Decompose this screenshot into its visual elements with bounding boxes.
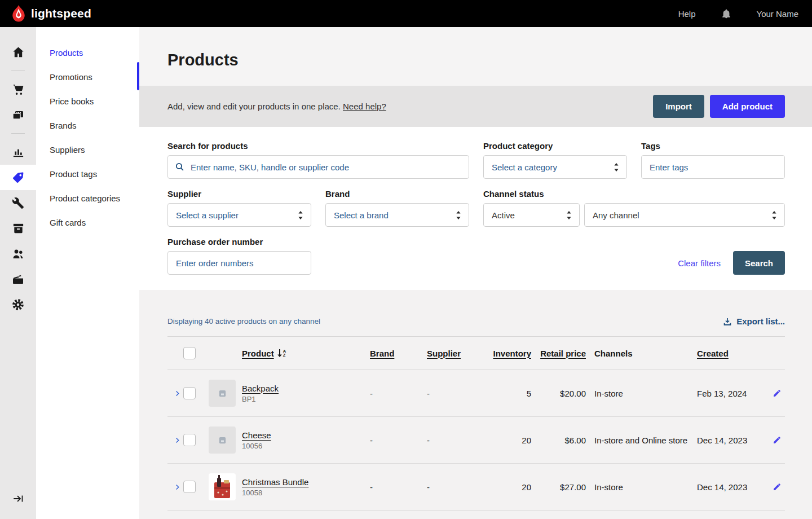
product-sku: 10056 [242, 442, 370, 450]
row-checkbox[interactable] [183, 481, 196, 493]
wrench-icon[interactable] [0, 190, 36, 215]
column-channels: Channels [586, 349, 697, 358]
help-link[interactable]: Help [678, 9, 696, 19]
tags-label: Tags [641, 141, 785, 151]
users-icon[interactable] [0, 241, 36, 266]
channels-cell: In-store [586, 482, 697, 492]
sidebar-item-gift-cards[interactable]: Gift cards [36, 210, 139, 235]
sidebar-item-product-categories[interactable]: Product categories [36, 186, 139, 210]
product-link[interactable]: Cheese [242, 430, 271, 440]
product-cell: Christmas Bundle 10058 [242, 477, 370, 497]
inventory-cell: 5 [485, 389, 531, 398]
supplier-label: Supplier [167, 189, 311, 199]
channels-cell: In-store [586, 388, 697, 399]
select-all-checkbox[interactable] [183, 347, 196, 359]
status-select[interactable]: Active [483, 203, 580, 227]
column-created-label: Created [697, 349, 729, 358]
product-link[interactable]: Backpack [242, 384, 279, 393]
supplier-value: Select a supplier [176, 210, 297, 220]
supplier-cell: - [427, 482, 485, 492]
products-tag-icon[interactable] [0, 165, 36, 190]
chevron-updown-icon [613, 163, 620, 171]
edit-pencil-icon[interactable] [766, 389, 785, 398]
sidebar-item-product-tags[interactable]: Product tags [36, 162, 139, 186]
results-section: Displaying 40 active products on any cha… [139, 290, 812, 519]
sidebar-item-suppliers[interactable]: Suppliers [36, 138, 139, 162]
search-icon [175, 162, 184, 174]
expand-row-chevron-icon[interactable] [167, 483, 183, 491]
brand-select[interactable]: Select a brand [325, 203, 469, 227]
export-list-button[interactable]: Export list... [723, 316, 785, 326]
import-button[interactable]: Import [653, 95, 704, 118]
user-menu[interactable]: Your Name [757, 9, 799, 19]
po-number-label: Purchase order number [167, 237, 311, 247]
category-value: Select a category [492, 162, 613, 172]
column-brand[interactable]: Brand [370, 349, 427, 358]
add-product-button[interactable]: Add product [710, 95, 785, 118]
product-sku: BP1 [242, 395, 370, 403]
edit-pencil-icon[interactable] [766, 482, 785, 491]
sidebar-item-brands[interactable]: Brands [36, 113, 139, 138]
archive-box-icon[interactable] [0, 215, 36, 241]
shopping-cart-icon[interactable] [0, 77, 36, 102]
gear-icon[interactable] [0, 292, 36, 317]
product-thumbnail-placeholder [209, 380, 236, 407]
supplier-cell: - [427, 436, 485, 445]
chevron-updown-icon [566, 211, 572, 219]
chevron-updown-icon [455, 211, 462, 219]
column-product-label: Product [242, 349, 274, 358]
channels-cell: In-store and Online store [586, 435, 697, 446]
lightspeed-logo[interactable]: lightspeed [11, 5, 91, 22]
export-label: Export list... [736, 316, 785, 326]
sidebar-item-products[interactable]: Products [36, 41, 139, 65]
chevron-updown-icon [297, 211, 304, 219]
retail-price-cell: $27.00 [531, 482, 586, 492]
product-thumbnail-placeholder [209, 426, 236, 454]
expand-row-chevron-icon[interactable] [167, 390, 183, 397]
clear-filters-link[interactable]: Clear filters [678, 258, 721, 268]
column-created[interactable]: Created [697, 349, 766, 358]
banner-message: Add, view and edit your products in one … [167, 102, 341, 111]
page-title: Products [167, 51, 239, 69]
search-label: Search for products [167, 141, 469, 151]
tags-input[interactable] [641, 155, 785, 179]
search-input[interactable] [167, 155, 469, 179]
briefcase-icon[interactable] [0, 266, 36, 292]
bar-chart-icon[interactable] [0, 139, 36, 165]
home-icon[interactable] [0, 39, 36, 65]
collapse-right-icon[interactable] [0, 486, 36, 511]
column-retail-price[interactable]: Retail price [531, 349, 586, 358]
row-checkbox[interactable] [183, 387, 196, 399]
expand-row-chevron-icon[interactable] [167, 437, 183, 444]
register-icon[interactable] [0, 102, 36, 127]
edit-pencil-icon[interactable] [766, 436, 785, 445]
main-content: Products Add, view and edit your product… [139, 27, 812, 519]
rail-divider [11, 133, 25, 134]
created-cell: Dec 14, 2023 [697, 482, 766, 492]
supplier-select[interactable]: Select a supplier [167, 203, 311, 227]
channel-select[interactable]: Any channel [584, 203, 785, 227]
brand-name: lightspeed [31, 7, 91, 20]
need-help-link[interactable]: Need help? [343, 102, 386, 111]
column-retail-price-label: Retail price [540, 349, 586, 358]
search-button[interactable]: Search [733, 251, 785, 275]
brand-label: Brand [325, 189, 469, 199]
sidebar-item-promotions[interactable]: Promotions [36, 65, 139, 89]
row-checkbox[interactable] [183, 434, 196, 446]
column-product[interactable]: Product AZ [242, 349, 370, 358]
table-row: Backpack BP1 - - 5 $20.00 In-store Feb 1… [167, 370, 785, 417]
icon-rail [0, 27, 36, 519]
download-icon [723, 317, 732, 326]
notifications-bell-icon[interactable] [721, 7, 732, 20]
column-supplier[interactable]: Supplier [427, 349, 485, 358]
brand-cell: - [370, 436, 427, 445]
product-thumbnail-image [209, 473, 236, 500]
po-number-input[interactable] [167, 251, 311, 275]
product-link[interactable]: Christmas Bundle [242, 477, 308, 487]
active-indicator [137, 62, 139, 90]
created-cell: Dec 14, 2023 [697, 435, 766, 446]
column-inventory-label: Inventory [493, 349, 531, 358]
sidebar-item-price-books[interactable]: Price books [36, 89, 139, 113]
column-inventory[interactable]: Inventory [485, 349, 531, 358]
category-select[interactable]: Select a category [483, 155, 627, 179]
